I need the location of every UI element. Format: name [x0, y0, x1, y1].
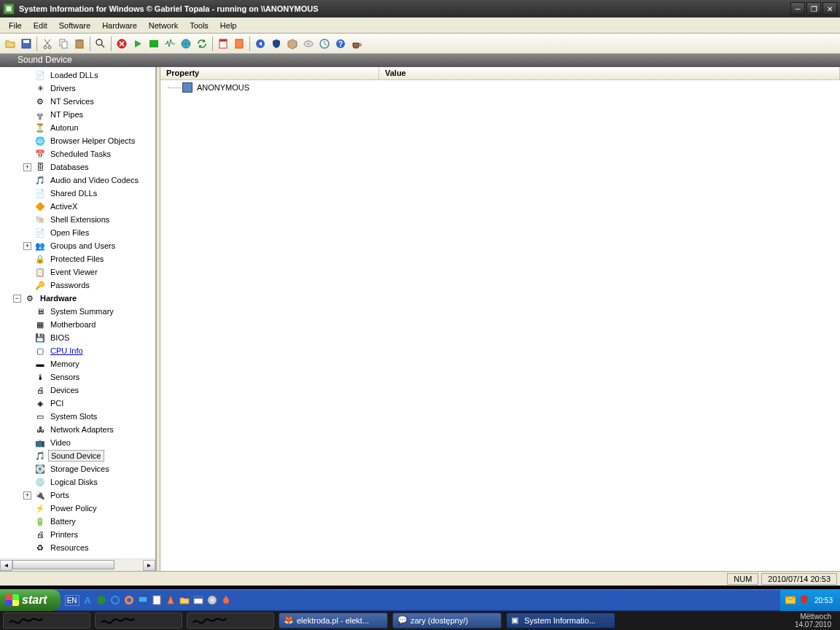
- tree-item[interactable]: −⚙Hardware: [0, 292, 155, 305]
- open-icon[interactable]: [3, 36, 18, 51]
- play-icon[interactable]: [131, 36, 145, 51]
- tree-item[interactable]: ▭System Slots: [0, 410, 155, 423]
- tree-expander-icon[interactable]: +: [23, 491, 31, 499]
- tree-item[interactable]: 🖨Devices: [0, 384, 155, 397]
- tree-item[interactable]: 💾BIOS: [0, 331, 155, 344]
- refresh-icon[interactable]: [195, 36, 209, 51]
- tree-item[interactable]: ╦NT Pipes: [0, 108, 155, 121]
- tree-item[interactable]: 🖧Network Adapters: [0, 423, 155, 436]
- close-button[interactable]: ✕: [822, 2, 837, 15]
- tree-item[interactable]: 🖥System Summary: [0, 305, 155, 318]
- copy-icon[interactable]: [56, 36, 71, 51]
- tree-item[interactable]: 📄Shared DLLs: [0, 187, 155, 200]
- tree-item[interactable]: 📅Scheduled Tasks: [0, 147, 155, 160]
- help-icon[interactable]: ?: [333, 36, 348, 51]
- ql-torrent-icon[interactable]: [96, 594, 107, 606]
- tree-item[interactable]: ⚙NT Services: [0, 95, 155, 108]
- scroll-track[interactable]: [12, 560, 143, 571]
- ql-fire-icon[interactable]: [220, 594, 232, 606]
- ql-folder-icon[interactable]: [179, 594, 190, 606]
- column-value[interactable]: Value: [379, 67, 840, 79]
- coffee-icon[interactable]: [349, 36, 364, 51]
- tree-item[interactable]: +👥Groups and Users: [0, 239, 155, 252]
- taskbar-task[interactable]: 🦊elektroda.pl - elekt...: [279, 612, 388, 629]
- ql-a-icon[interactable]: A: [82, 594, 93, 606]
- find-icon[interactable]: [93, 36, 108, 51]
- list-row[interactable]: ANONYMOUS: [160, 82, 840, 93]
- menu-help[interactable]: Help: [214, 19, 243, 32]
- taskbar-task[interactable]: ▣System Informatio...: [506, 612, 615, 629]
- menu-file[interactable]: File: [3, 19, 28, 32]
- start-button[interactable]: start: [0, 589, 61, 611]
- globe-icon[interactable]: [179, 36, 193, 51]
- save-icon[interactable]: [19, 36, 34, 51]
- tree-item[interactable]: 🌐Browser Helper Objects: [0, 134, 155, 147]
- tree-item[interactable]: ▬Memory: [0, 357, 155, 370]
- tree-expander-icon[interactable]: +: [23, 242, 31, 250]
- menu-tools[interactable]: Tools: [184, 19, 214, 32]
- ql-note-icon[interactable]: [151, 594, 163, 606]
- taskbar-task[interactable]: [3, 612, 90, 629]
- scroll-right-button[interactable]: ►: [143, 560, 155, 571]
- menu-network[interactable]: Network: [143, 19, 184, 32]
- history-icon[interactable]: [317, 36, 332, 51]
- tree-item[interactable]: ⚡Power Policy: [0, 502, 155, 515]
- tree-item[interactable]: ♻Resources: [0, 541, 155, 554]
- tray-mail-icon[interactable]: [785, 594, 796, 606]
- menu-software[interactable]: Software: [53, 19, 96, 32]
- tree-item[interactable]: 📄Open Files: [0, 226, 155, 239]
- ql-vlc-icon[interactable]: [165, 594, 176, 606]
- tree-item[interactable]: 💽Storage Devices: [0, 462, 155, 475]
- pulse-icon[interactable]: [163, 36, 177, 51]
- stop-icon[interactable]: [114, 36, 129, 51]
- tree-item[interactable]: ▢CPU Info: [0, 344, 155, 357]
- tree-item[interactable]: ⏳Autorun: [0, 121, 155, 134]
- tree-item[interactable]: 💿Logical Disks: [0, 475, 155, 489]
- scroll-left-button[interactable]: ◄: [0, 560, 12, 571]
- tree-item[interactable]: 🔶ActiveX: [0, 200, 155, 213]
- ql-firefox-icon[interactable]: [123, 594, 135, 606]
- column-property[interactable]: Property: [160, 67, 379, 79]
- tree-item[interactable]: 🔑Passwords: [0, 279, 155, 292]
- taskbar-task[interactable]: [187, 612, 274, 629]
- ql-ie-icon[interactable]: [109, 594, 121, 606]
- tree-expander-icon[interactable]: −: [13, 295, 21, 303]
- tree-item[interactable]: +🔌Ports: [0, 489, 155, 502]
- tray-shield-icon[interactable]: [798, 594, 810, 606]
- tree-item[interactable]: 🌡Sensors: [0, 370, 155, 384]
- tree-item[interactable]: 🎵Sound Device: [0, 449, 155, 462]
- tree-item[interactable]: 📋Event Viewer: [0, 265, 155, 279]
- tree-item[interactable]: 📺Video: [0, 436, 155, 449]
- ql-disc-icon[interactable]: [206, 594, 218, 606]
- maximize-button[interactable]: ❐: [806, 2, 821, 15]
- tree-item[interactable]: 📄Loaded DLLs: [0, 69, 155, 82]
- cut-icon[interactable]: [40, 36, 55, 51]
- ql-monitor-icon[interactable]: [137, 594, 149, 606]
- ql-explorer-icon[interactable]: [192, 594, 204, 606]
- tree-item[interactable]: +🗄Databases: [0, 160, 155, 174]
- taskbar-task[interactable]: 💬zary (dostępny/): [392, 612, 502, 629]
- paste-icon[interactable]: [72, 36, 87, 51]
- list-body[interactable]: ANONYMOUS: [160, 80, 840, 571]
- shield-icon[interactable]: [269, 36, 284, 51]
- minimize-button[interactable]: ─: [790, 2, 805, 15]
- tree-item[interactable]: ▦Motherboard: [0, 318, 155, 331]
- box-icon[interactable]: [285, 36, 300, 51]
- tree-item[interactable]: 🖨Printers: [0, 528, 155, 541]
- menu-edit[interactable]: Edit: [28, 19, 53, 32]
- language-indicator[interactable]: EN: [65, 595, 79, 606]
- tree-item[interactable]: ◈PCI: [0, 397, 155, 410]
- tree-hscroll[interactable]: ◄ ►: [0, 559, 155, 571]
- menu-hardware[interactable]: Hardware: [96, 19, 143, 32]
- report-red-icon[interactable]: [216, 36, 230, 51]
- tray-clock[interactable]: 20:53: [814, 596, 833, 604]
- tree-expander-icon[interactable]: +: [23, 163, 31, 171]
- flag-green-icon[interactable]: [147, 36, 161, 51]
- taskbar-task[interactable]: [95, 612, 182, 629]
- tree-item[interactable]: 🐚Shell Extensions: [0, 213, 155, 226]
- disk-icon[interactable]: [301, 36, 316, 51]
- tree-item[interactable]: 🎵Audio and Video Codecs: [0, 174, 155, 187]
- back-icon[interactable]: [253, 36, 268, 51]
- scroll-thumb[interactable]: [12, 560, 114, 569]
- report-orange-icon[interactable]: [232, 36, 246, 51]
